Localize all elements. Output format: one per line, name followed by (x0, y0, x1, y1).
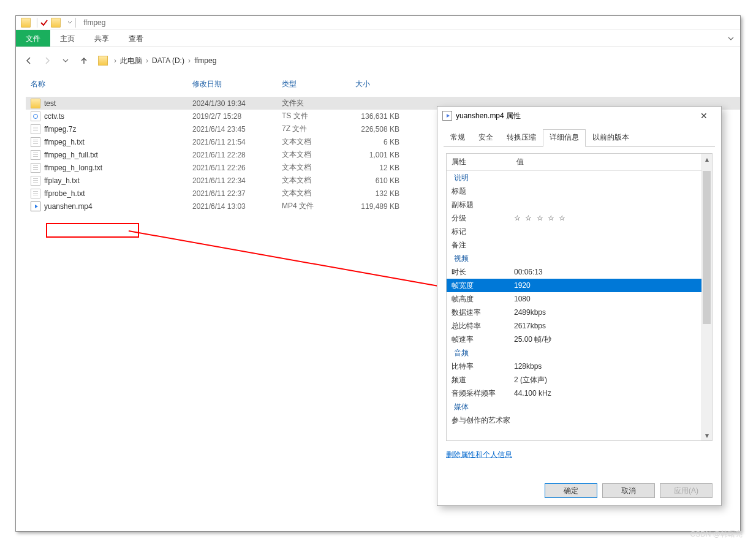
file-date: 2021/6/11 22:28 (187, 151, 277, 159)
breadcrumb-item[interactable]: ffmpeg (193, 56, 217, 65)
address-bar: › 此电脑 › DATA (D:) › ffmpeg (16, 52, 740, 69)
file-date: 2021/6/11 22:26 (187, 164, 277, 172)
detail-row[interactable]: 总比特率2617kbps (447, 319, 712, 333)
apply-button[interactable]: 应用(A) (660, 483, 713, 498)
detail-row[interactable]: 音频采样频率44.100 kHz (447, 387, 712, 400)
breadcrumb[interactable]: › 此电脑 › DATA (D:) › ffmpeg (96, 54, 220, 67)
file-type: 文件夹 (277, 98, 350, 108)
cancel-button[interactable]: 取消 (602, 483, 655, 498)
details-listbox: 属性 值 说明 标题 副标题 分级☆ ☆ ☆ ☆ ☆ 标记 备注 视频 时长00… (446, 153, 713, 441)
file-type: 文本文档 (277, 162, 350, 173)
header-property[interactable]: 属性 (447, 154, 512, 170)
file-name: ffplay_h.txt (44, 176, 80, 185)
detail-row[interactable]: 副标题 (447, 198, 712, 211)
chevron-down-icon[interactable] (67, 20, 73, 26)
divider (37, 18, 37, 28)
titlebar: ffmpeg (16, 16, 740, 30)
chevron-down-icon[interactable] (722, 30, 740, 47)
details-header: 属性 值 (447, 154, 712, 171)
detail-row[interactable]: 标记 (447, 225, 712, 238)
column-headers: 名称 修改日期 类型 大小 (26, 74, 740, 97)
file-size: 1,001 KB (350, 151, 412, 159)
detail-row[interactable]: 数据速率2489kbps (447, 306, 712, 319)
folder-icon (98, 56, 108, 66)
file-icon (31, 163, 40, 173)
file-type: 文本文档 (277, 137, 350, 147)
tab-security[interactable]: 安全 (472, 129, 500, 147)
file-size: 226,508 KB (350, 125, 412, 134)
file-name: cctv.ts (44, 112, 64, 121)
nav-up-button[interactable] (77, 54, 91, 67)
dialog-buttons: 确定 取消 应用(A) (545, 483, 713, 498)
detail-row[interactable]: 参与创作的艺术家 (447, 413, 712, 427)
rating-stars[interactable]: ☆ ☆ ☆ ☆ ☆ (512, 214, 712, 222)
file-type: 文本文档 (277, 175, 350, 186)
tab-details[interactable]: 详细信息 (543, 129, 586, 147)
video-icon (31, 111, 40, 121)
scroll-up-icon[interactable]: ▴ (701, 154, 712, 164)
section-video: 视频 (447, 254, 512, 264)
properties-body: 属性 值 说明 标题 副标题 分级☆ ☆ ☆ ☆ ☆ 标记 备注 视频 时长00… (437, 147, 721, 441)
properties-dialog: yuanshen.mp4 属性 ✕ 常规 安全 转换压缩 详细信息 以前的版本 … (437, 106, 722, 506)
section-media: 媒体 (447, 402, 512, 412)
file-size: 610 KB (350, 176, 412, 185)
checkmark-icon[interactable] (40, 18, 48, 27)
chevron-right-icon[interactable]: › (112, 56, 119, 65)
file-size: 12 KB (350, 164, 412, 172)
breadcrumb-item[interactable]: 此电脑 (119, 56, 143, 66)
column-type[interactable]: 类型 (277, 77, 350, 94)
detail-row-selected[interactable]: 帧宽度1920 (447, 279, 712, 292)
file-date: 2021/6/11 21:54 (187, 138, 277, 146)
ribbon-tab-home[interactable]: 主页 (50, 30, 85, 47)
window-title: ffmpeg (83, 18, 105, 27)
scroll-down-icon[interactable]: ▾ (701, 430, 712, 440)
detail-row[interactable]: 帧速率25.00 帧/秒 (447, 333, 712, 346)
detail-row[interactable]: 分级☆ ☆ ☆ ☆ ☆ (447, 211, 712, 225)
chevron-right-icon[interactable]: › (143, 56, 151, 65)
scrollbar-thumb[interactable] (703, 171, 711, 324)
section-audio: 音频 (447, 348, 512, 358)
detail-row[interactable]: 频道2 (立体声) (447, 373, 712, 387)
arrow-annotation (126, 227, 469, 301)
column-modified[interactable]: 修改日期 (187, 77, 277, 94)
column-name[interactable]: 名称 (26, 77, 187, 94)
file-type: 7Z 文件 (277, 124, 350, 134)
highlight-annotation (46, 223, 139, 238)
file-icon (31, 176, 40, 186)
nav-back-button[interactable] (22, 54, 36, 67)
nav-recent-button[interactable] (59, 54, 72, 67)
close-button[interactable]: ✕ (692, 111, 716, 121)
detail-row[interactable]: 备注 (447, 238, 712, 252)
file-name: ffmpeg_h_long.txt (44, 164, 102, 172)
remove-properties-link[interactable]: 删除属性和个人信息 (446, 450, 512, 460)
chevron-right-icon[interactable]: › (186, 56, 193, 65)
scrollbar[interactable]: ▴ ▾ (701, 154, 712, 440)
explorer-window: ffmpeg 文件 主页 共享 查看 › 此电脑 › DATA (D:) (15, 15, 741, 532)
tab-previous[interactable]: 以前的版本 (586, 129, 636, 147)
detail-row[interactable]: 帧高度1080 (447, 292, 712, 306)
folder-icon (31, 99, 40, 108)
detail-row[interactable]: 标题 (447, 184, 712, 198)
ribbon-tab-share[interactable]: 共享 (85, 30, 119, 47)
column-size[interactable]: 大小 (350, 77, 412, 94)
video-icon (442, 111, 452, 121)
detail-row[interactable]: 时长00:06:13 (447, 265, 712, 279)
tab-compress[interactable]: 转换压缩 (500, 129, 543, 147)
file-name: yuanshen.mp4 (44, 202, 93, 211)
file-date: 2019/2/7 15:28 (187, 112, 277, 121)
tab-general[interactable]: 常规 (444, 129, 472, 147)
file-icon (31, 137, 40, 147)
dialog-titlebar: yuanshen.mp4 属性 ✕ (437, 107, 721, 125)
dialog-title: yuanshen.mp4 属性 (456, 111, 521, 121)
breadcrumb-item[interactable]: DATA (D:) (151, 56, 186, 65)
folder-icon (21, 18, 31, 28)
file-icon (31, 189, 40, 198)
detail-row[interactable]: 比特率128kbps (447, 360, 712, 373)
header-value[interactable]: 值 (512, 154, 712, 170)
ok-button[interactable]: 确定 (545, 483, 597, 498)
nav-forward-button[interactable] (40, 54, 54, 67)
file-type: 文本文档 (277, 188, 350, 198)
ribbon-tab-view[interactable]: 查看 (119, 30, 153, 47)
ribbon-tab-file[interactable]: 文件 (16, 30, 50, 47)
file-date: 2024/1/30 19:34 (187, 99, 277, 108)
